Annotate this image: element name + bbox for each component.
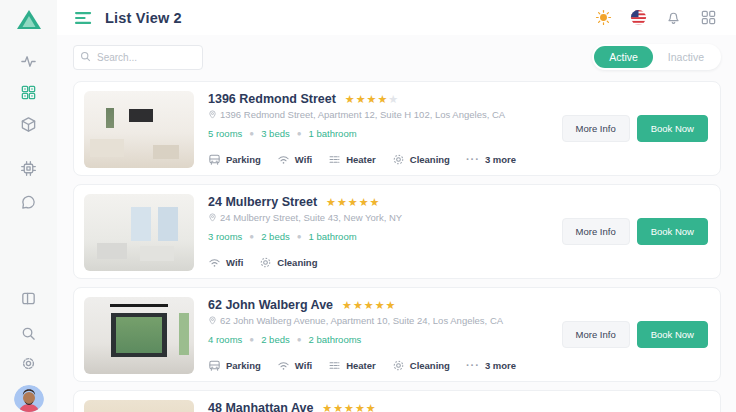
language-selector[interactable] (629, 8, 648, 27)
property-stats: 3 rooms●2 beds●1 bathroom (208, 231, 548, 242)
app-logo[interactable] (15, 8, 43, 32)
apps-menu-button[interactable] (699, 8, 718, 27)
amenity-parking-icon (208, 359, 221, 372)
star-icon: ★ (375, 300, 385, 311)
star-icon: ★ (364, 300, 374, 311)
more-amenities-label: 3 more (485, 360, 516, 371)
menu-toggle-button[interactable] (73, 7, 95, 29)
star-icon: ★ (322, 403, 332, 412)
sidebar-item-products[interactable] (12, 109, 46, 140)
amenity-wifi-icon (277, 359, 290, 372)
star-icon: ★ (333, 403, 343, 412)
theme-sun-icon (595, 9, 612, 26)
star-icon: ★ (370, 197, 380, 208)
card-actions: More Info Book Now (562, 321, 708, 348)
activity-icon (20, 53, 37, 70)
property-address: 1396 Redmond Street, Apartment 12, Suite… (208, 109, 548, 120)
property-details: 62 John Walberg Ave ★★★★★ 62 John Walber… (208, 297, 548, 372)
stat-separator-dot: ● (297, 335, 302, 344)
more-info-button[interactable]: More Info (562, 321, 630, 348)
property-title: 1396 Redmond Street (208, 92, 336, 106)
property-image (84, 91, 194, 168)
card-actions: More Info Book Now (562, 218, 708, 245)
property-details: 1396 Redmond Street ★★★★★ 1396 Redmond S… (208, 91, 548, 166)
stat-item: 2 bathrooms (309, 334, 362, 345)
toolbar: Active Inactive (73, 44, 721, 70)
sidebar-item-pages[interactable] (12, 283, 46, 314)
search-icon (80, 51, 91, 62)
filter-active-button[interactable]: Active (594, 46, 653, 68)
star-icon: ★ (337, 197, 347, 208)
amenity-label: Wifi (226, 257, 243, 268)
stat-item: 3 rooms (208, 231, 242, 242)
property-card[interactable]: 48 Manhattan Ave ★★★★★ (73, 390, 721, 412)
main-content: Active Inactive 1396 Redmond Street ★★★★… (57, 35, 736, 412)
sidebar-item-messages[interactable] (12, 188, 46, 219)
search-icon (20, 325, 37, 342)
star-icon: ★ (359, 197, 369, 208)
sidebar-item-system[interactable] (12, 153, 46, 184)
search-input[interactable] (73, 45, 203, 70)
amenity-parking-icon (208, 153, 221, 166)
property-card[interactable]: 62 John Walberg Ave ★★★★★ 62 John Walber… (73, 287, 721, 382)
stat-separator-dot: ● (297, 129, 302, 138)
amenity-label: Cleaning (410, 360, 450, 371)
property-stats: 5 rooms●3 beds●1 bathroom (208, 128, 548, 139)
amenity-item: Parking (208, 153, 261, 166)
amenity-label: Cleaning (410, 154, 450, 165)
more-amenities[interactable]: ···3 more (466, 360, 516, 371)
property-address-text: 62 John Walberg Avenue, Apartment 10, Su… (220, 315, 503, 326)
chat-icon (20, 194, 37, 211)
star-icon: ★ (348, 197, 358, 208)
property-card[interactable]: 24 Mulberry Street ★★★★★ 24 Mulberry Str… (73, 184, 721, 279)
amenity-item: Wifi (277, 153, 312, 166)
cpu-icon (20, 160, 37, 177)
amenity-heater-icon (328, 153, 341, 166)
property-address-text: 1396 Redmond Street, Apartment 12, Suite… (220, 109, 505, 120)
amenity-label: Cleaning (277, 257, 317, 268)
more-info-button[interactable]: More Info (562, 115, 630, 142)
ellipsis-icon: ··· (466, 157, 480, 162)
more-amenities-label: 3 more (485, 154, 516, 165)
amenity-cleaning-icon (259, 256, 272, 269)
rating-stars: ★★★★★ (345, 94, 398, 105)
stat-separator-dot: ● (249, 335, 254, 344)
stat-item: 4 rooms (208, 334, 242, 345)
amenity-label: Wifi (295, 360, 312, 371)
property-details: 24 Mulberry Street ★★★★★ 24 Mulberry Str… (208, 194, 548, 269)
book-now-button[interactable]: Book Now (637, 218, 708, 245)
stat-separator-dot: ● (297, 232, 302, 241)
amenity-item: Wifi (208, 256, 243, 269)
book-now-button[interactable]: Book Now (637, 115, 708, 142)
sidebar-item-dashboard[interactable] (12, 78, 46, 109)
sidebar-item-search[interactable] (12, 318, 46, 349)
more-info-button[interactable]: More Info (562, 218, 630, 245)
stat-separator-dot: ● (249, 129, 254, 138)
property-details: 48 Manhattan Ave ★★★★★ (208, 400, 708, 412)
property-image (84, 400, 194, 412)
rating-stars: ★★★★★ (342, 300, 395, 311)
star-icon: ★ (356, 94, 366, 105)
notifications-bell-icon (665, 9, 682, 26)
page-title: List View 2 (105, 10, 182, 26)
dashboard-grid-icon (20, 84, 37, 101)
sidebar-item-settings[interactable] (12, 348, 46, 379)
filter-inactive-button[interactable]: Inactive (653, 46, 719, 68)
amenity-cleaning-icon (392, 359, 405, 372)
book-now-button[interactable]: Book Now (637, 321, 708, 348)
header: List View 2 (57, 0, 736, 35)
sidebar-item-activity[interactable] (12, 46, 46, 77)
star-icon: ★ (367, 94, 377, 105)
star-icon: ★ (345, 94, 355, 105)
language-flag-us-icon (630, 9, 647, 26)
user-avatar[interactable] (14, 385, 44, 412)
amenities-row: WifiCleaning (208, 256, 548, 269)
more-amenities[interactable]: ···3 more (466, 154, 516, 165)
logo-triangle-icon (15, 8, 43, 32)
notifications-button[interactable] (664, 8, 683, 27)
card-actions: More Info Book Now (562, 115, 708, 142)
rating-stars: ★★★★★ (326, 197, 379, 208)
theme-toggle-button[interactable] (594, 8, 613, 27)
property-card[interactable]: 1396 Redmond Street ★★★★★ 1396 Redmond S… (73, 81, 721, 176)
location-pin-icon (208, 110, 217, 119)
